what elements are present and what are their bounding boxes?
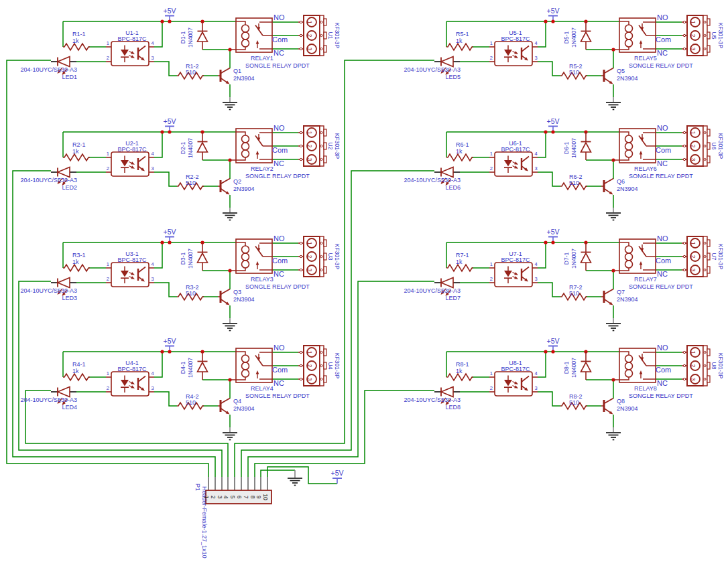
optocoupler[interactable]: 1243U3-1BPC-817C <box>106 251 154 287</box>
relay[interactable]: RELAY1SONGLE RELAY DPDT <box>230 18 310 69</box>
relay[interactable]: RELAY6SONGLE RELAY DPDT <box>613 129 693 180</box>
npn-transistor[interactable]: Q52N3904 <box>601 68 638 84</box>
power-flag-5v[interactable]: +5V <box>547 7 560 21</box>
input-resistor[interactable]: R2-11k <box>63 141 90 161</box>
optocoupler[interactable]: 1243U6-1BPC-817C <box>489 140 538 177</box>
input-resistor[interactable]: R8-11k <box>446 361 473 381</box>
ground-icon[interactable] <box>606 213 621 220</box>
base-resistor[interactable]: R3-2510 <box>177 284 204 301</box>
base-resistor[interactable]: R2-2510 <box>177 173 204 190</box>
power-flag-5v[interactable]: +5V <box>164 337 176 352</box>
base-resistor[interactable]: R8-2510 <box>560 393 587 410</box>
ground-icon[interactable] <box>223 324 237 331</box>
schematic-canvas[interactable]: +5V+5VR1-11k204-10UYC/S530-A3LED11243U1-… <box>0 0 728 568</box>
wire[interactable] <box>154 62 177 76</box>
relay[interactable]: RELAY2SONGLE RELAY DPDT <box>230 129 310 180</box>
terminal-block[interactable]: 123U5KF301-3P <box>682 15 724 56</box>
relay[interactable]: RELAY5SONGLE RELAY DPDT <box>613 18 693 69</box>
power-flag-5v[interactable]: +5V <box>547 117 560 132</box>
ground-icon[interactable] <box>606 102 621 110</box>
input-resistor[interactable]: R6-11k <box>446 141 473 161</box>
terminal-block[interactable]: 123U6KF301-3P <box>682 126 724 166</box>
npn-transistor[interactable]: Q62N3904 <box>601 178 638 195</box>
power-wire[interactable] <box>267 467 337 484</box>
wire[interactable] <box>538 21 546 47</box>
terminal-block[interactable]: 123U2KF301-3P <box>298 126 341 166</box>
terminal-block[interactable]: 123U4KF301-3P <box>298 346 341 386</box>
optocoupler[interactable]: 1243U8-1BPC-817C <box>489 360 538 397</box>
control-wire[interactable] <box>7 60 208 477</box>
relay[interactable]: RELAY8SONGLE RELAY DPDT <box>613 348 693 399</box>
control-wire[interactable] <box>13 171 215 477</box>
npn-transistor[interactable]: Q12N3904 <box>218 68 255 84</box>
flyback-diode[interactable]: D3-11N4007 <box>180 242 208 271</box>
wire[interactable] <box>538 242 546 268</box>
wire[interactable] <box>154 21 162 47</box>
ground-icon[interactable] <box>606 324 621 331</box>
diode-triangle <box>581 253 591 263</box>
header-connector[interactable]: 12345678910P1Header-Female-1.27_1x10 <box>194 477 271 559</box>
optocoupler[interactable]: 1243U5-1BPC-817C <box>489 29 538 66</box>
flyback-diode[interactable]: D1-11N4007 <box>180 21 208 50</box>
flyback-diode[interactable]: D5-11N4007 <box>563 21 591 50</box>
wire[interactable] <box>538 283 560 297</box>
wire[interactable] <box>538 392 560 406</box>
flyback-diode[interactable]: D2-11N4007 <box>180 132 208 160</box>
input-resistor[interactable]: R4-11k <box>63 361 90 381</box>
flyback-diode[interactable]: D8-11N4007 <box>563 352 591 380</box>
flyback-diode[interactable]: D6-11N4007 <box>563 132 591 160</box>
npn-transistor[interactable]: Q42N3904 <box>218 398 255 415</box>
input-resistor[interactable]: R7-11k <box>446 252 473 272</box>
npn-transistor[interactable]: Q82N3904 <box>601 398 638 415</box>
power-flag-5v[interactable]: +5V <box>164 7 176 21</box>
optocoupler[interactable]: 1243U2-1BPC-817C <box>106 140 154 177</box>
npn-transistor[interactable]: Q72N3904 <box>601 289 638 305</box>
ground-icon[interactable] <box>606 433 621 440</box>
wire[interactable] <box>538 62 560 76</box>
ground-icon[interactable] <box>223 213 237 220</box>
npn-transistor[interactable]: Q22N3904 <box>218 178 255 195</box>
optocoupler[interactable]: 1243U4-1BPC-817C <box>106 360 154 397</box>
control-wire[interactable] <box>241 171 434 477</box>
input-resistor[interactable]: R3-11k <box>63 252 90 272</box>
ground-wire[interactable] <box>261 470 295 477</box>
input-resistor[interactable]: R5-11k <box>446 31 473 51</box>
optocoupler[interactable]: 1243U1-1BPC-817C <box>106 29 154 66</box>
npn-transistor[interactable]: Q32N3904 <box>218 289 255 305</box>
ground-icon[interactable] <box>223 102 237 110</box>
wire[interactable] <box>154 283 177 297</box>
base-resistor[interactable]: R6-2510 <box>560 173 587 190</box>
power-flag-5v[interactable]: +5V <box>547 337 560 352</box>
wire[interactable] <box>538 132 546 157</box>
terminal-block[interactable]: 123U7KF301-3P <box>682 236 724 277</box>
wire[interactable] <box>154 242 162 268</box>
ref-label: Q8 <box>617 398 625 405</box>
power-flag-5v[interactable]: +5V <box>331 469 344 484</box>
ground-icon[interactable] <box>223 433 237 440</box>
power-flag-5v[interactable]: +5V <box>547 228 560 242</box>
power-flag-5v[interactable]: +5V <box>164 117 176 132</box>
power-flag-5v[interactable]: +5V <box>164 228 176 242</box>
input-resistor[interactable]: R1-11k <box>63 31 90 51</box>
terminal-block[interactable]: 123U8KF301-3P <box>682 346 724 386</box>
relay[interactable]: RELAY3SONGLE RELAY DPDT <box>230 239 310 290</box>
optocoupler[interactable]: 1243U7-1BPC-817C <box>489 251 538 287</box>
ground-icon[interactable] <box>288 478 302 486</box>
relay[interactable]: RELAY7SONGLE RELAY DPDT <box>613 239 693 290</box>
base-resistor[interactable]: R7-2510 <box>560 284 587 301</box>
opto-body <box>111 152 149 176</box>
wire[interactable] <box>154 392 177 406</box>
terminal-block[interactable]: 123U3KF301-3P <box>298 236 341 277</box>
terminal-block[interactable]: 123U1KF301-3P <box>298 15 341 56</box>
flyback-diode[interactable]: D7-11N4007 <box>563 242 591 271</box>
base-resistor[interactable]: R5-2510 <box>560 63 587 80</box>
wire[interactable] <box>154 132 162 157</box>
flyback-diode[interactable]: D4-11N4007 <box>180 352 208 380</box>
relay[interactable]: RELAY4SONGLE RELAY DPDT <box>230 348 310 399</box>
wire[interactable] <box>154 352 162 377</box>
wire[interactable] <box>154 172 177 186</box>
wire[interactable] <box>538 352 546 377</box>
base-resistor[interactable]: R1-2510 <box>177 63 204 80</box>
base-resistor[interactable]: R4-2510 <box>177 393 204 410</box>
wire[interactable] <box>538 172 560 186</box>
